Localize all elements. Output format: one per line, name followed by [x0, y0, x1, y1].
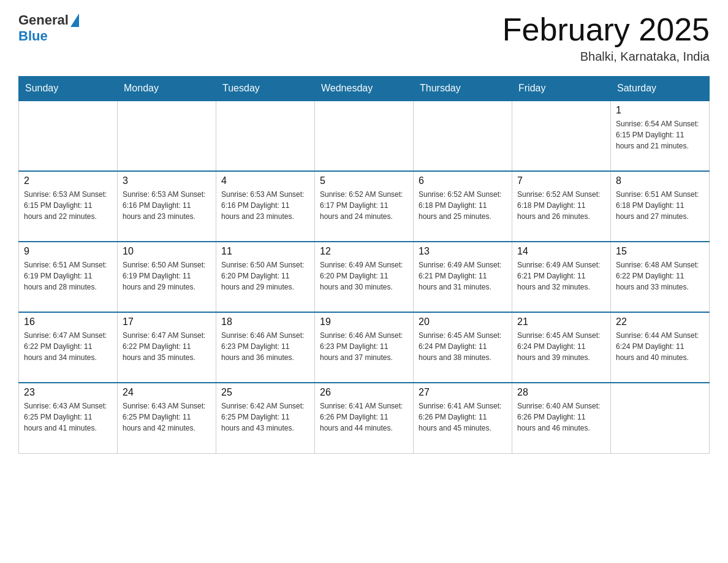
day-info: Sunrise: 6:52 AM Sunset: 6:17 PM Dayligh…	[320, 189, 408, 222]
calendar-cell: 12Sunrise: 6:49 AM Sunset: 6:20 PM Dayli…	[315, 242, 414, 312]
day-info: Sunrise: 6:50 AM Sunset: 6:19 PM Dayligh…	[123, 259, 211, 293]
day-info: Sunrise: 6:46 AM Sunset: 6:23 PM Dayligh…	[320, 330, 408, 363]
day-number: 8	[616, 175, 704, 186]
calendar-cell: 26Sunrise: 6:41 AM Sunset: 6:26 PM Dayli…	[315, 383, 414, 453]
day-info: Sunrise: 6:51 AM Sunset: 6:18 PM Dayligh…	[616, 189, 704, 222]
logo-blue-text: Blue	[18, 28, 48, 44]
day-number: 6	[419, 175, 507, 186]
location-text: Bhalki, Karnataka, India	[502, 50, 710, 64]
calendar-cell: 2Sunrise: 6:53 AM Sunset: 6:15 PM Daylig…	[19, 171, 118, 242]
calendar-cell	[216, 101, 315, 171]
month-title: February 2025	[502, 12, 710, 47]
week-row-4: 16Sunrise: 6:47 AM Sunset: 6:22 PM Dayli…	[19, 312, 710, 383]
day-info: Sunrise: 6:49 AM Sunset: 6:21 PM Dayligh…	[419, 259, 507, 293]
day-number: 11	[221, 246, 309, 257]
day-number: 10	[123, 246, 211, 257]
day-number: 9	[24, 246, 112, 257]
day-number: 16	[24, 316, 112, 327]
day-info: Sunrise: 6:49 AM Sunset: 6:20 PM Dayligh…	[320, 259, 408, 293]
day-info: Sunrise: 6:46 AM Sunset: 6:23 PM Dayligh…	[221, 330, 309, 363]
day-info: Sunrise: 6:52 AM Sunset: 6:18 PM Dayligh…	[419, 189, 507, 222]
calendar-cell: 24Sunrise: 6:43 AM Sunset: 6:25 PM Dayli…	[118, 383, 216, 453]
day-info: Sunrise: 6:49 AM Sunset: 6:21 PM Dayligh…	[517, 259, 605, 293]
day-info: Sunrise: 6:53 AM Sunset: 6:15 PM Dayligh…	[24, 189, 112, 222]
calendar-cell: 9Sunrise: 6:51 AM Sunset: 6:19 PM Daylig…	[19, 242, 118, 312]
calendar-cell	[19, 101, 118, 171]
week-row-1: 1Sunrise: 6:54 AM Sunset: 6:15 PM Daylig…	[19, 101, 710, 171]
day-number: 1	[616, 105, 704, 116]
day-info: Sunrise: 6:54 AM Sunset: 6:15 PM Dayligh…	[616, 118, 704, 151]
weekday-header-saturday: Saturday	[611, 77, 710, 101]
weekday-header-row: SundayMondayTuesdayWednesdayThursdayFrid…	[19, 77, 710, 101]
day-number: 7	[517, 175, 605, 186]
logo-triangle-icon	[70, 13, 79, 27]
day-info: Sunrise: 6:42 AM Sunset: 6:25 PM Dayligh…	[221, 400, 309, 434]
day-number: 3	[123, 175, 211, 186]
calendar-cell: 21Sunrise: 6:45 AM Sunset: 6:24 PM Dayli…	[512, 312, 611, 383]
day-number: 15	[616, 246, 704, 257]
calendar-cell: 7Sunrise: 6:52 AM Sunset: 6:18 PM Daylig…	[512, 171, 611, 242]
calendar-cell: 5Sunrise: 6:52 AM Sunset: 6:17 PM Daylig…	[315, 171, 414, 242]
logo[interactable]: General Blue	[18, 12, 79, 44]
week-row-2: 2Sunrise: 6:53 AM Sunset: 6:15 PM Daylig…	[19, 171, 710, 242]
day-info: Sunrise: 6:51 AM Sunset: 6:19 PM Dayligh…	[24, 259, 112, 293]
day-info: Sunrise: 6:53 AM Sunset: 6:16 PM Dayligh…	[123, 189, 211, 222]
calendar-cell	[315, 101, 414, 171]
day-info: Sunrise: 6:43 AM Sunset: 6:25 PM Dayligh…	[123, 400, 211, 434]
calendar-cell: 8Sunrise: 6:51 AM Sunset: 6:18 PM Daylig…	[611, 171, 710, 242]
day-info: Sunrise: 6:40 AM Sunset: 6:26 PM Dayligh…	[517, 400, 605, 434]
day-info: Sunrise: 6:43 AM Sunset: 6:25 PM Dayligh…	[24, 400, 112, 434]
day-number: 13	[419, 246, 507, 257]
calendar-cell: 15Sunrise: 6:48 AM Sunset: 6:22 PM Dayli…	[611, 242, 710, 312]
weekday-header-sunday: Sunday	[19, 77, 118, 101]
weekday-header-friday: Friday	[512, 77, 611, 101]
week-row-3: 9Sunrise: 6:51 AM Sunset: 6:19 PM Daylig…	[19, 242, 710, 312]
calendar-cell: 20Sunrise: 6:45 AM Sunset: 6:24 PM Dayli…	[414, 312, 512, 383]
calendar-cell: 23Sunrise: 6:43 AM Sunset: 6:25 PM Dayli…	[19, 383, 118, 453]
day-number: 19	[320, 316, 408, 327]
day-number: 18	[221, 316, 309, 327]
day-number: 21	[517, 316, 605, 327]
calendar-cell: 16Sunrise: 6:47 AM Sunset: 6:22 PM Dayli…	[19, 312, 118, 383]
calendar-cell: 10Sunrise: 6:50 AM Sunset: 6:19 PM Dayli…	[118, 242, 216, 312]
day-number: 23	[24, 387, 112, 398]
day-info: Sunrise: 6:52 AM Sunset: 6:18 PM Dayligh…	[517, 189, 605, 222]
day-info: Sunrise: 6:53 AM Sunset: 6:16 PM Dayligh…	[221, 189, 309, 222]
weekday-header-tuesday: Tuesday	[216, 77, 315, 101]
day-number: 4	[221, 175, 309, 186]
calendar-cell: 19Sunrise: 6:46 AM Sunset: 6:23 PM Dayli…	[315, 312, 414, 383]
day-number: 2	[24, 175, 112, 186]
weekday-header-monday: Monday	[118, 77, 216, 101]
day-info: Sunrise: 6:44 AM Sunset: 6:24 PM Dayligh…	[616, 330, 704, 363]
weekday-header-wednesday: Wednesday	[315, 77, 414, 101]
weekday-header-thursday: Thursday	[414, 77, 512, 101]
day-info: Sunrise: 6:41 AM Sunset: 6:26 PM Dayligh…	[320, 400, 408, 434]
calendar-cell: 17Sunrise: 6:47 AM Sunset: 6:22 PM Dayli…	[118, 312, 216, 383]
day-number: 24	[123, 387, 211, 398]
calendar-cell	[414, 101, 512, 171]
page-header: General Blue February 2025 Bhalki, Karna…	[18, 12, 710, 64]
calendar-cell: 25Sunrise: 6:42 AM Sunset: 6:25 PM Dayli…	[216, 383, 315, 453]
day-number: 22	[616, 316, 704, 327]
day-info: Sunrise: 6:47 AM Sunset: 6:22 PM Dayligh…	[123, 330, 211, 363]
day-info: Sunrise: 6:48 AM Sunset: 6:22 PM Dayligh…	[616, 259, 704, 293]
day-info: Sunrise: 6:47 AM Sunset: 6:22 PM Dayligh…	[24, 330, 112, 363]
day-number: 17	[123, 316, 211, 327]
day-number: 12	[320, 246, 408, 257]
calendar-cell	[512, 101, 611, 171]
day-info: Sunrise: 6:45 AM Sunset: 6:24 PM Dayligh…	[419, 330, 507, 363]
title-section: February 2025 Bhalki, Karnataka, India	[502, 12, 710, 64]
calendar-cell: 28Sunrise: 6:40 AM Sunset: 6:26 PM Dayli…	[512, 383, 611, 453]
day-number: 14	[517, 246, 605, 257]
day-number: 25	[221, 387, 309, 398]
calendar-cell: 27Sunrise: 6:41 AM Sunset: 6:26 PM Dayli…	[414, 383, 512, 453]
week-row-5: 23Sunrise: 6:43 AM Sunset: 6:25 PM Dayli…	[19, 383, 710, 453]
calendar-cell	[611, 383, 710, 453]
day-info: Sunrise: 6:41 AM Sunset: 6:26 PM Dayligh…	[419, 400, 507, 434]
calendar-cell: 1Sunrise: 6:54 AM Sunset: 6:15 PM Daylig…	[611, 101, 710, 171]
logo-general-text: General	[18, 12, 69, 28]
day-number: 20	[419, 316, 507, 327]
calendar-cell: 18Sunrise: 6:46 AM Sunset: 6:23 PM Dayli…	[216, 312, 315, 383]
calendar-cell: 4Sunrise: 6:53 AM Sunset: 6:16 PM Daylig…	[216, 171, 315, 242]
day-number: 27	[419, 387, 507, 398]
